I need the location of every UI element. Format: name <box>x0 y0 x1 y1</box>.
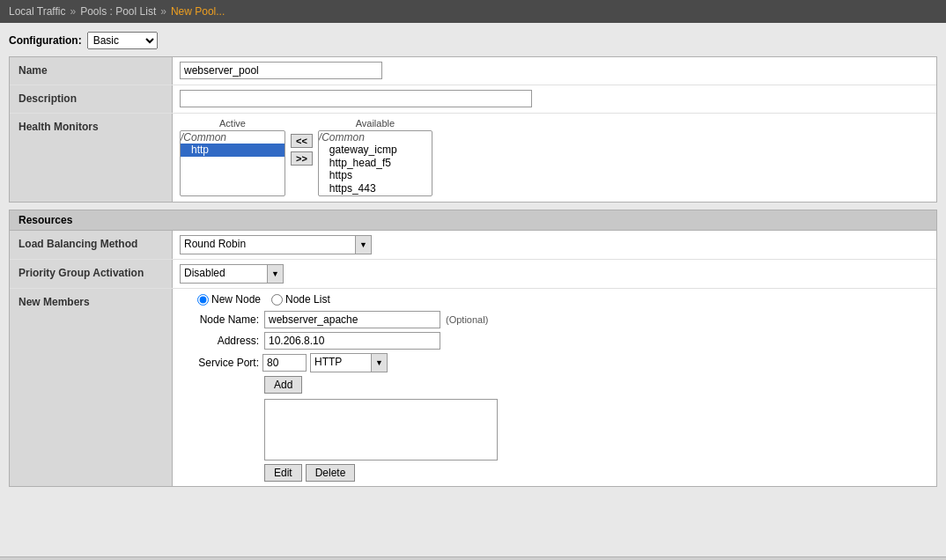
edit-delete-row: Edit Delete <box>264 464 929 482</box>
active-header: Active <box>180 118 285 129</box>
radio-new-node-label[interactable]: New Node <box>197 293 261 306</box>
health-monitors-row: Health Monitors Active /Common http <box>10 114 936 202</box>
resources-section: Resources Load Balancing Method Round Ro… <box>9 210 937 487</box>
new-members-content: New Node Node List Node Name: <box>180 293 929 482</box>
priority-group-row: Priority Group Activation Disabled ▼ <box>10 260 936 289</box>
optional-text: (Optional) <box>446 314 488 325</box>
available-header: Available <box>318 118 432 129</box>
config-label: Configuration: <box>9 34 82 47</box>
name-value-cell <box>173 57 936 85</box>
load-balancing-dropdown-wrap: Round Robin ▼ <box>180 235 372 254</box>
bottom-bar: Cancel Repeat Finished <box>0 556 946 560</box>
move-left-btn[interactable]: << <box>291 134 313 148</box>
load-balancing-row: Load Balancing Method Round Robin ▼ <box>10 231 936 260</box>
name-row: Name <box>10 57 936 85</box>
load-balancing-display: Round Robin <box>180 235 356 254</box>
radio-node-list-text: Node List <box>285 293 330 306</box>
active-item-http: http <box>181 144 285 156</box>
new-members-row: New Members New Node Node List <box>10 289 936 486</box>
available-monitor-list[interactable]: /Common gateway_icmp http_head_f5 https … <box>318 130 432 196</box>
sep2: » <box>160 5 166 18</box>
service-port-type-arrow[interactable]: ▼ <box>372 353 388 372</box>
monitors-container: Active /Common http << >> <box>180 118 432 196</box>
description-value-cell <box>173 85 936 113</box>
name-label: Name <box>10 57 173 85</box>
radio-row: New Node Node List <box>180 293 929 306</box>
priority-group-value-cell: Disabled ▼ <box>173 260 936 288</box>
priority-group-dropdown-wrap: Disabled ▼ <box>180 264 284 284</box>
radio-node-list-label[interactable]: Node List <box>271 293 330 306</box>
description-label: Description <box>10 85 173 113</box>
load-balancing-arrow[interactable]: ▼ <box>356 235 372 254</box>
priority-group-display: Disabled <box>180 264 268 284</box>
radio-node-list[interactable] <box>271 294 283 306</box>
service-port-label: Service Port: <box>180 357 259 369</box>
node-fields: Node Name: (Optional) Address: Service P… <box>180 311 929 372</box>
edit-button[interactable]: Edit <box>264 464 302 482</box>
breadcrumb-current: New Pool... <box>171 5 225 18</box>
add-button[interactable]: Add <box>264 376 302 394</box>
arrow-buttons: << >> <box>291 134 313 166</box>
address-row: Address: <box>180 332 929 350</box>
active-group-label: /Common <box>181 131 285 144</box>
service-port-input[interactable] <box>262 354 307 372</box>
name-input[interactable] <box>180 62 382 79</box>
members-textarea[interactable] <box>264 399 498 461</box>
service-port-type-display: HTTP <box>310 353 372 372</box>
radio-new-node-text: New Node <box>211 293 261 306</box>
load-balancing-label: Load Balancing Method <box>10 231 173 259</box>
node-name-row: Node Name: (Optional) <box>180 311 929 328</box>
radio-new-node[interactable] <box>197 294 209 306</box>
priority-group-arrow[interactable]: ▼ <box>268 264 284 284</box>
new-members-value-cell: New Node Node List Node Name: <box>173 289 936 486</box>
address-input[interactable] <box>264 332 440 350</box>
health-monitors-label: Health Monitors <box>10 114 173 202</box>
topbar: Local Traffic » Pools : Pool List » New … <box>0 0 946 23</box>
sep1: » <box>70 5 76 18</box>
resources-header: Resources <box>10 210 936 231</box>
main-content: Configuration: Basic Advanced Name Descr… <box>0 23 946 556</box>
health-monitors-value-cell: Active /Common http << >> <box>173 114 936 202</box>
description-row: Description <box>10 85 936 114</box>
config-row: Configuration: Basic Advanced <box>9 32 937 49</box>
active-monitor-group: Active /Common http <box>180 118 285 196</box>
delete-button[interactable]: Delete <box>306 464 356 482</box>
breadcrumb-local-traffic[interactable]: Local Traffic <box>9 5 65 18</box>
service-port-type-wrap: HTTP ▼ <box>310 353 388 372</box>
move-right-btn[interactable]: >> <box>291 151 313 166</box>
node-name-label: Node Name: <box>180 313 259 326</box>
priority-group-label: Priority Group Activation <box>10 260 173 288</box>
breadcrumb-pools[interactable]: Pools : Pool List <box>80 5 156 18</box>
config-select[interactable]: Basic Advanced <box>87 32 158 49</box>
service-port-row: Service Port: HTTP ▼ <box>180 353 929 372</box>
load-balancing-value-cell: Round Robin ▼ <box>173 231 936 259</box>
main-section: Name Description Health Monitors <box>9 56 937 203</box>
address-label: Address: <box>180 335 259 347</box>
active-monitor-list[interactable]: /Common http <box>180 130 285 196</box>
available-monitor-group: Available /Common gateway_icmp http_head… <box>318 118 432 196</box>
new-members-label: New Members <box>10 289 173 486</box>
description-input[interactable] <box>180 90 532 107</box>
node-name-input[interactable] <box>264 311 440 328</box>
